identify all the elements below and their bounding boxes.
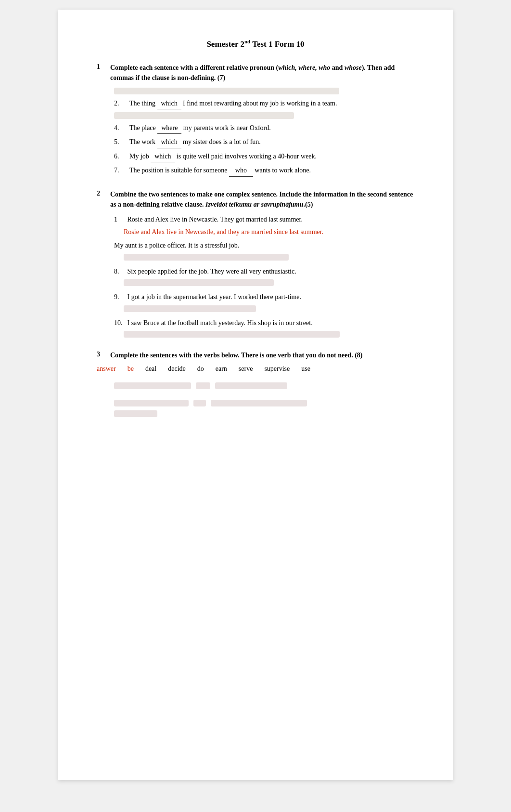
verb-use: use bbox=[301, 365, 310, 373]
item-4: 4. The place where my parents work is ne… bbox=[114, 123, 414, 134]
section2-item9: 9. I got a job in the supermarket last y… bbox=[114, 292, 414, 312]
verb-earn: earn bbox=[216, 365, 227, 373]
section3-blurred-row2 bbox=[114, 400, 414, 417]
page-title: Semester 2nd Test 1 Form 10 bbox=[97, 39, 414, 49]
blurred-answer9 bbox=[124, 305, 256, 312]
blurred-answer1 bbox=[124, 254, 289, 261]
blurred-item3 bbox=[114, 112, 294, 119]
blurred-answer8 bbox=[124, 279, 274, 286]
ba1-part1 bbox=[114, 382, 191, 389]
section-1: 1 Complete each sentence with a differen… bbox=[97, 63, 414, 177]
blurred-item1 bbox=[114, 88, 339, 94]
section2-instruction: Combine the two sentences to make one co… bbox=[110, 189, 414, 210]
verb-decide: decide bbox=[168, 365, 186, 373]
section3-number: 3 bbox=[97, 351, 108, 358]
verb-do: do bbox=[197, 365, 204, 373]
verb-be: be bbox=[128, 365, 134, 373]
section2-item8: 8. Six people applied for the job. They … bbox=[114, 266, 414, 286]
verb-serve: serve bbox=[239, 365, 253, 373]
section3-answers bbox=[114, 382, 414, 417]
title-rest: Test 1 Form 10 bbox=[250, 39, 304, 49]
section2-answer1: Rosie and Alex live in Newcastle, and th… bbox=[124, 227, 323, 237]
ba2-part1 bbox=[114, 400, 189, 406]
ba2-line2 bbox=[114, 410, 157, 417]
section3-instruction: Complete the sentences with the verbs be… bbox=[110, 350, 362, 360]
item-5: 5. The work which my sister does is a lo… bbox=[114, 137, 414, 148]
section1-instruction: Complete each sentence with a different … bbox=[110, 63, 414, 83]
ba1-part3 bbox=[215, 382, 287, 389]
section2-number: 2 bbox=[97, 190, 108, 197]
verb-list: answer be deal decide do earn serve supe… bbox=[97, 365, 414, 373]
section3-blurred-row1 bbox=[114, 382, 414, 389]
title-text: Semester 2 bbox=[206, 39, 244, 49]
section-2: 2 Combine the two sentences to make one … bbox=[97, 189, 414, 338]
item-2: 2. The thing which I find most rewarding… bbox=[114, 98, 414, 109]
item-7: 7. The position is suitable for someone … bbox=[114, 165, 414, 176]
ba2-part2 bbox=[193, 400, 206, 406]
ba2-part3 bbox=[211, 400, 307, 406]
section1-number: 1 bbox=[97, 63, 108, 71]
verb-answer: answer bbox=[97, 365, 116, 373]
verb-supervise: supervise bbox=[264, 365, 290, 373]
item-6: 6. My job which is quite well paid invol… bbox=[114, 151, 414, 162]
section2-item1: 1 Rosie and Alex live in Newcastle. They… bbox=[114, 214, 414, 261]
blurred-answer10 bbox=[124, 331, 340, 338]
section2-items: 1 Rosie and Alex live in Newcastle. They… bbox=[114, 214, 414, 338]
title-sup: nd bbox=[244, 39, 250, 44]
section2-item10: 10. I saw Bruce at the football match ye… bbox=[114, 318, 414, 338]
section1-items: 2. The thing which I find most rewarding… bbox=[114, 88, 414, 177]
verb-deal: deal bbox=[145, 365, 156, 373]
page: Semester 2nd Test 1 Form 10 1 Complete e… bbox=[58, 10, 453, 780]
section-3: 3 Complete the sentences with the verbs … bbox=[97, 350, 414, 417]
ba1-part2 bbox=[196, 382, 210, 389]
